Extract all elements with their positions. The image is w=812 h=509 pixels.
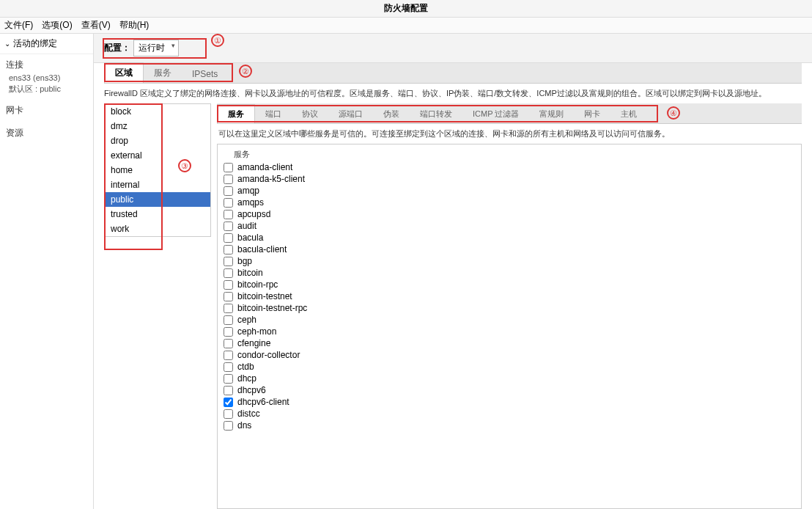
service-row[interactable]: bgp bbox=[218, 255, 801, 267]
annotation-circle-1: ① bbox=[211, 34, 224, 47]
service-label: bgp bbox=[237, 256, 252, 266]
zone-item-external[interactable]: external bbox=[105, 148, 210, 163]
service-row[interactable]: bitcoin-testnet bbox=[218, 290, 801, 302]
sidebar-section-header: 网卡 bbox=[6, 104, 87, 117]
service-label: ceph-mon bbox=[237, 326, 276, 337]
service-row[interactable]: bitcoin bbox=[218, 267, 801, 279]
sidebar-header-label: 活动的绑定 bbox=[13, 37, 57, 50]
service-row[interactable]: distcc bbox=[218, 408, 801, 420]
service-row[interactable]: dhcpv6-client bbox=[218, 396, 801, 408]
service-checkbox[interactable] bbox=[224, 210, 233, 219]
zone-item-block[interactable]: block bbox=[105, 104, 210, 119]
service-row[interactable]: amqps bbox=[218, 197, 801, 208]
service-checkbox[interactable] bbox=[224, 175, 233, 184]
zone-item-trusted[interactable]: trusted bbox=[105, 207, 210, 221]
service-checkbox[interactable] bbox=[224, 280, 233, 290]
service-checkbox[interactable] bbox=[224, 386, 233, 395]
zone-description: FirewallD 区域定义了绑定的网络连接、网卡以及源地址的可信程度。区域是服… bbox=[94, 84, 812, 103]
service-checkbox[interactable] bbox=[224, 339, 233, 348]
tab-zones[interactable]: 区域 bbox=[104, 62, 144, 83]
chevron-down-icon: ⌄ bbox=[4, 40, 10, 48]
config-dropdown[interactable]: 运行时 bbox=[133, 40, 179, 56]
service-row[interactable]: bacula-client bbox=[218, 243, 801, 255]
service-label: ctdb bbox=[237, 362, 254, 372]
service-row[interactable]: apcupsd bbox=[218, 208, 801, 220]
main-tabs: 区域 服务 IPSets bbox=[104, 63, 802, 84]
zone-item-dmz[interactable]: dmz bbox=[105, 119, 210, 133]
service-row[interactable]: ceph bbox=[218, 314, 801, 326]
subtab-nic[interactable]: 网卡 bbox=[574, 105, 610, 123]
zone-item-public[interactable]: public bbox=[105, 192, 210, 207]
subtab-richrules[interactable]: 富规则 bbox=[529, 105, 574, 123]
service-row[interactable]: audit bbox=[218, 220, 801, 232]
tab-ipsets[interactable]: IPSets bbox=[182, 65, 228, 83]
subtab-services[interactable]: 服务 bbox=[217, 104, 255, 123]
service-checkbox[interactable] bbox=[224, 233, 233, 243]
tab-services[interactable]: 服务 bbox=[144, 63, 182, 83]
zone-item-work[interactable]: work bbox=[105, 221, 210, 236]
zone-item-drop[interactable]: drop bbox=[105, 133, 210, 148]
service-checkbox[interactable] bbox=[224, 398, 233, 407]
service-label: dhcpv6 bbox=[237, 385, 266, 395]
sidebar-header[interactable]: ⌄ 活动的绑定 bbox=[0, 34, 93, 54]
service-row[interactable]: condor-collector bbox=[218, 349, 801, 361]
service-row[interactable]: cfengine bbox=[218, 337, 801, 349]
subtab-masquerade[interactable]: 伪装 bbox=[373, 105, 410, 123]
service-label: amqp bbox=[237, 186, 259, 196]
service-checkbox[interactable] bbox=[224, 351, 233, 360]
service-row[interactable]: bitcoin-rpc bbox=[218, 279, 801, 290]
config-row: 配置： 运行时 ① bbox=[94, 34, 812, 63]
zone-item-home[interactable]: home bbox=[105, 163, 210, 177]
service-description: 可以在这里定义区域中哪些服务是可信的。可连接至绑定到这个区域的连接、网卡和源的所… bbox=[217, 124, 802, 144]
sidebar-item[interactable]: ens33 (ens33) bbox=[6, 73, 87, 83]
subtab-ports[interactable]: 端口 bbox=[255, 105, 292, 123]
service-row[interactable]: amanda-k5-client bbox=[218, 173, 801, 185]
service-checkbox[interactable] bbox=[224, 421, 233, 431]
subtab-icmp[interactable]: ICMP 过滤器 bbox=[462, 105, 529, 123]
zone-list: blockdmzdropexternalhomeinternalpublictr… bbox=[104, 103, 211, 237]
service-label: dhcp bbox=[237, 373, 256, 384]
service-checkbox[interactable] bbox=[224, 245, 233, 254]
sidebar-section-header: 连接 bbox=[6, 59, 87, 71]
service-checkbox[interactable] bbox=[224, 374, 233, 384]
service-checkbox[interactable] bbox=[224, 409, 233, 419]
service-row[interactable]: bacula bbox=[218, 232, 801, 243]
service-checkbox[interactable] bbox=[224, 257, 233, 266]
service-checkbox[interactable] bbox=[224, 198, 233, 208]
service-label: audit bbox=[237, 221, 256, 231]
window-title: 防火墙配置 bbox=[384, 2, 428, 15]
menu-view[interactable]: 查看(V) bbox=[81, 19, 111, 32]
service-row[interactable]: amqp bbox=[218, 185, 801, 197]
service-row[interactable]: dhcp bbox=[218, 373, 801, 384]
service-checkbox[interactable] bbox=[224, 362, 233, 372]
menu-file[interactable]: 文件(F) bbox=[4, 19, 33, 32]
service-row[interactable]: ctdb bbox=[218, 361, 801, 373]
service-row[interactable]: ceph-mon bbox=[218, 326, 801, 337]
zone-item-internal[interactable]: internal bbox=[105, 177, 210, 192]
menu-options[interactable]: 选项(O) bbox=[42, 19, 72, 32]
service-row[interactable]: amanda-client bbox=[218, 161, 801, 173]
service-checkbox[interactable] bbox=[224, 186, 233, 196]
service-label: bitcoin-testnet bbox=[237, 291, 292, 301]
service-checkbox[interactable] bbox=[224, 304, 233, 313]
subtab-sourceports[interactable]: 源端口 bbox=[328, 105, 373, 123]
service-row[interactable]: dhcpv6 bbox=[218, 384, 801, 396]
service-label: bitcoin-rpc bbox=[237, 279, 278, 290]
service-checkbox[interactable] bbox=[224, 327, 233, 337]
service-row[interactable]: bitcoin-testnet-rpc bbox=[218, 302, 801, 314]
service-checkbox[interactable] bbox=[224, 268, 233, 278]
menu-help[interactable]: 帮助(H) bbox=[119, 19, 150, 32]
service-label: apcupsd bbox=[237, 209, 270, 219]
subtab-portforward[interactable]: 端口转发 bbox=[410, 105, 462, 123]
service-checkbox[interactable] bbox=[224, 221, 233, 231]
service-checkbox[interactable] bbox=[224, 315, 233, 325]
sidebar: ⌄ 活动的绑定 连接ens33 (ens33)默认区 : public网卡资源 bbox=[0, 34, 94, 509]
service-checkbox[interactable] bbox=[224, 292, 233, 301]
menu-bar: 文件(F) 选项(O) 查看(V) 帮助(H) bbox=[0, 18, 812, 34]
subtab-protocols[interactable]: 协议 bbox=[292, 105, 328, 123]
service-row[interactable]: dns bbox=[218, 420, 801, 431]
service-checkbox[interactable] bbox=[224, 163, 233, 172]
subtab-host[interactable]: 主机 bbox=[610, 105, 647, 123]
config-value: 运行时 bbox=[139, 43, 165, 53]
sidebar-item[interactable]: 默认区 : public bbox=[6, 83, 87, 95]
